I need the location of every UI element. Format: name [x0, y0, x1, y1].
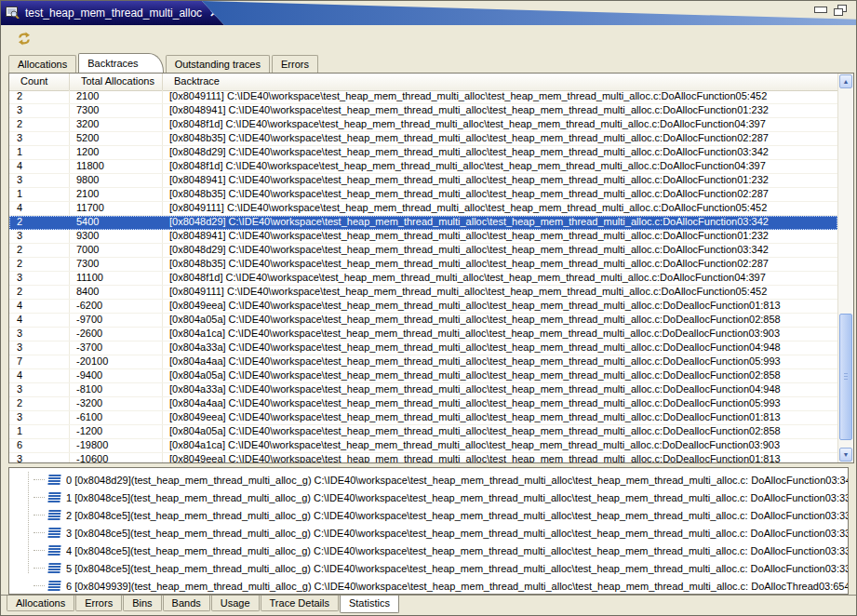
maximize-icon[interactable] [834, 5, 847, 16]
tree-guide [33, 479, 45, 480]
cell-backtrace: [0x8048941] C:\IDE40\workspace\test_heap… [163, 104, 837, 117]
cell-count: 2 [9, 118, 70, 131]
table-row[interactable]: 27000[0x8048d29] C:\IDE40\workspace\test… [9, 244, 837, 258]
memory-view-icon [6, 7, 20, 20]
tab-bands[interactable]: Bands [163, 596, 210, 611]
tab-usage[interactable]: Usage [211, 596, 260, 611]
tab-backtraces[interactable]: Backtraces [78, 53, 163, 73]
trace-details-panel: 0 [0x8048d29](test_heap_mem_thread_multi… [8, 467, 849, 595]
cell-total-allocations: -19800 [70, 439, 163, 452]
column-header-total-allocations[interactable]: Total Allocations [70, 74, 163, 90]
table-row[interactable]: 1-1200[0x804a05a] C:\IDE40\workspace\tes… [9, 425, 837, 439]
backtraces-table: CountTotal AllocationsBacktrace 22100[0x… [8, 73, 854, 463]
table-row[interactable]: 7-20100[0x804a4aa] C:\IDE40\workspace\te… [9, 355, 837, 369]
cell-backtrace: [0x804a1ca] C:\IDE40\workspace\test_heap… [163, 328, 837, 341]
minimize-icon[interactable] [814, 7, 827, 13]
tab-trace-details[interactable]: Trace Details [261, 596, 339, 611]
cell-count: 4 [9, 369, 70, 382]
cell-backtrace: [0x8048d29] C:\IDE40\workspace\test_heap… [163, 244, 837, 257]
table-row[interactable]: 12100[0x8048b35] C:\IDE40\workspace\test… [9, 188, 837, 202]
table-row[interactable]: 23200[0x8048f1d] C:\IDE40\workspace\test… [9, 118, 837, 132]
cell-count: 1 [9, 146, 70, 159]
trace-detail-item[interactable]: 3 [0x8048ce5](test_heap_mem_thread_multi… [33, 524, 848, 542]
table-row[interactable]: 27300[0x8048b35] C:\IDE40\workspace\test… [9, 258, 837, 272]
trace-detail-text: 1 [0x8048ce5](test_heap_mem_thread_multi… [66, 492, 848, 503]
tab-allocations[interactable]: Allocations [8, 55, 76, 73]
cell-backtrace: [0x804a05a] C:\IDE40\workspace\test_heap… [163, 425, 837, 438]
tree-guide [33, 515, 45, 516]
cell-total-allocations: -20100 [70, 355, 163, 368]
tab-errors[interactable]: Errors [272, 55, 318, 73]
table-row[interactable]: 4-9400[0x804a05a] C:\IDE40\workspace\tes… [9, 369, 837, 383]
trace-detail-item[interactable]: 5 [0x8048ce5](test_heap_mem_thread_multi… [33, 559, 848, 577]
cell-backtrace: [0x8049111] C:\IDE40\workspace\test_heap… [163, 90, 837, 103]
table-header-row: CountTotal AllocationsBacktrace [9, 74, 837, 91]
trace-detail-item[interactable]: 6 [0x8049939](test_heap_mem_thread_multi… [33, 577, 848, 595]
table-row[interactable]: 3-10600[0x8049eea] C:\IDE40\workspace\te… [9, 453, 837, 462]
table-row[interactable]: 411800[0x8048f1d] C:\IDE40\workspace\tes… [9, 160, 837, 174]
table-row[interactable]: 28400[0x8049111] C:\IDE40\workspace\test… [9, 286, 837, 300]
scroll-down-icon[interactable]: ▼ [839, 448, 852, 462]
trace-detail-item[interactable]: 1 [0x8048ce5](test_heap_mem_thread_multi… [33, 489, 848, 506]
table-row[interactable]: 411700[0x8049111] C:\IDE40\workspace\tes… [9, 202, 837, 216]
cell-backtrace: [0x8049111] C:\IDE40\workspace\test_heap… [163, 202, 837, 215]
trace-detail-item[interactable]: 0 [0x8048d29](test_heap_mem_thread_multi… [33, 471, 848, 489]
cell-total-allocations: 11700 [70, 202, 163, 215]
table-row[interactable]: 39800[0x8048941] C:\IDE40\workspace\test… [9, 174, 837, 188]
cell-backtrace: [0x8048b35] C:\IDE40\workspace\test_heap… [163, 258, 837, 271]
table-row[interactable]: 22100[0x8049111] C:\IDE40\workspace\test… [9, 90, 837, 104]
vertical-scrollbar[interactable]: ▲ ▼ [837, 74, 853, 462]
table-row[interactable]: 6-19800[0x804a1ca] C:\IDE40\workspace\te… [9, 439, 837, 453]
scroll-up-icon[interactable]: ▲ [839, 74, 852, 88]
table-row[interactable]: 37300[0x8048941] C:\IDE40\workspace\test… [9, 104, 837, 118]
trace-detail-item[interactable]: 2 [0x8048ce5](test_heap_mem_thread_multi… [33, 506, 848, 524]
stack-frame-icon [47, 528, 60, 538]
table-row[interactable]: 2-3200[0x804a4aa] C:\IDE40\workspace\tes… [9, 397, 837, 411]
refresh-icon[interactable] [16, 31, 33, 48]
trace-detail-text: 6 [0x8049939](test_heap_mem_thread_multi… [66, 581, 848, 592]
cell-total-allocations: -1200 [70, 425, 163, 438]
memory-analysis-window: test_heap_mem_thread_multi_alloc ✕ Alloc… [0, 0, 857, 616]
table-row[interactable]: 3-8100[0x804a33a] C:\IDE40\workspace\tes… [9, 383, 837, 397]
cell-backtrace: [0x8048f1d] C:\IDE40\workspace\test_heap… [163, 160, 837, 173]
column-header-count[interactable]: Count [9, 74, 70, 90]
trace-detail-item[interactable]: 4 [0x8048ce5](test_heap_mem_thread_multi… [33, 542, 848, 559]
cell-backtrace: [0x8049eea] C:\IDE40\workspace\test_heap… [163, 300, 837, 313]
tree-guide [33, 585, 45, 586]
tab-outstanding-traces[interactable]: Outstanding traces [166, 55, 270, 73]
scrollbar-thumb[interactable] [839, 314, 852, 440]
cell-total-allocations: -2600 [70, 328, 163, 341]
cell-backtrace: [0x8049eea] C:\IDE40\workspace\test_heap… [163, 411, 837, 424]
cell-count: 7 [9, 355, 70, 368]
view-tab[interactable]: test_heap_mem_thread_multi_alloc ✕ [1, 1, 224, 25]
cell-backtrace: [0x8048f1d] C:\IDE40\workspace\test_heap… [163, 118, 837, 131]
cell-total-allocations: 5400 [70, 216, 163, 229]
stack-frame-icon [47, 492, 60, 502]
table-row[interactable]: 11200[0x8048d29] C:\IDE40\workspace\test… [9, 146, 837, 160]
cell-backtrace: [0x8048b35] C:\IDE40\workspace\test_heap… [163, 188, 837, 201]
table-row[interactable]: 25400[0x8048d29] C:\IDE40\workspace\test… [9, 216, 837, 230]
table-row[interactable]: 4-6200[0x8049eea] C:\IDE40\workspace\tes… [9, 300, 837, 314]
tab-statistics[interactable]: Statistics [340, 596, 399, 613]
table-row[interactable]: 35200[0x8048b35] C:\IDE40\workspace\test… [9, 132, 837, 146]
table-row[interactable]: 3-6100[0x8049eea] C:\IDE40\workspace\tes… [9, 411, 837, 425]
cell-count: 3 [9, 132, 70, 145]
cell-total-allocations: 7000 [70, 244, 163, 257]
cell-total-allocations: -3200 [70, 397, 163, 410]
table-row[interactable]: 3-3700[0x804a33a] C:\IDE40\workspace\tes… [9, 341, 837, 355]
table-row[interactable]: 4-9700[0x804a05a] C:\IDE40\workspace\tes… [9, 314, 837, 328]
table-row[interactable]: 3-2600[0x804a1ca] C:\IDE40\workspace\tes… [9, 328, 837, 341]
trace-detail-text: 2 [0x8048ce5](test_heap_mem_thread_multi… [66, 510, 848, 521]
table-row[interactable]: 311100[0x8048f1d] C:\IDE40\workspace\tes… [9, 272, 837, 286]
cell-backtrace: [0x804a05a] C:\IDE40\workspace\test_heap… [163, 369, 837, 382]
trace-detail-text: 4 [0x8048ce5](test_heap_mem_thread_multi… [66, 545, 848, 556]
tree-guide [33, 532, 45, 533]
stack-frame-icon [47, 563, 60, 573]
tab-allocations[interactable]: Allocations [7, 596, 74, 611]
column-header-backtrace[interactable]: Backtrace [163, 74, 837, 90]
cell-total-allocations: 2100 [70, 188, 163, 201]
stack-frame-icon [47, 545, 60, 556]
tab-bins[interactable]: Bins [123, 596, 161, 611]
tab-errors[interactable]: Errors [75, 596, 122, 611]
table-row[interactable]: 39300[0x8048941] C:\IDE40\workspace\test… [9, 230, 837, 244]
